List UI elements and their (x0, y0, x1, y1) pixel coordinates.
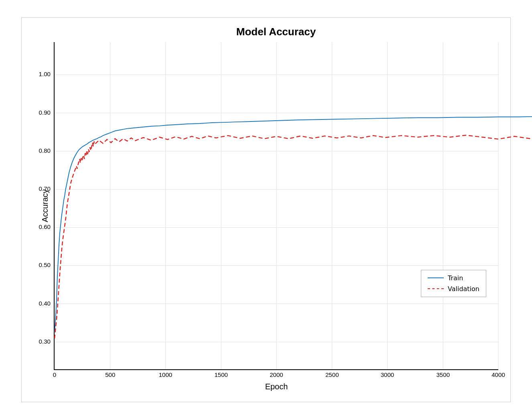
y-tick-040: 0.40 (39, 300, 51, 306)
legend-train-label: Train (448, 274, 463, 282)
x-tick-0: 0 (53, 372, 56, 378)
chart-legend: Train Validation (421, 270, 486, 297)
y-axis-label: Accuracy (41, 189, 50, 222)
x-tick-500: 500 (105, 372, 115, 378)
chart-svg: 0.30 0.40 0.50 0.60 0.70 0.80 0.90 1.00 … (55, 42, 498, 369)
y-tick-030: 0.30 (39, 338, 51, 345)
x-tick-1000: 1000 (159, 372, 173, 378)
y-tick-050: 0.50 (39, 262, 51, 268)
validation-line-base (55, 119, 532, 338)
chart-area: Accuracy Epoch 0.30 0.40 0.50 0.60 0.70 … (54, 42, 498, 370)
x-tick-1500: 1500 (214, 372, 228, 378)
legend-train-item: Train (428, 274, 479, 282)
train-line (55, 111, 532, 332)
legend-validation-item: Validation (428, 285, 479, 293)
legend-train-line (428, 277, 444, 278)
x-tick-4000: 4000 (491, 372, 505, 378)
x-tick-3000: 3000 (381, 372, 394, 378)
y-tick-060: 0.60 (39, 224, 51, 230)
x-tick-2000: 2000 (270, 372, 283, 378)
legend-validation-label: Validation (448, 285, 479, 293)
chart-container: Model Accuracy Accuracy Epoch 0.30 0.40 … (21, 17, 511, 402)
y-tick-090: 0.90 (39, 109, 51, 115)
x-tick-2500: 2500 (325, 372, 339, 378)
y-tick-080: 0.80 (39, 148, 51, 154)
legend-validation-line (428, 288, 444, 289)
y-tick-100: 1.00 (39, 71, 51, 77)
x-axis-label: Epoch (265, 382, 288, 391)
chart-title: Model Accuracy (54, 26, 498, 38)
x-tick-3500: 3500 (436, 372, 450, 378)
